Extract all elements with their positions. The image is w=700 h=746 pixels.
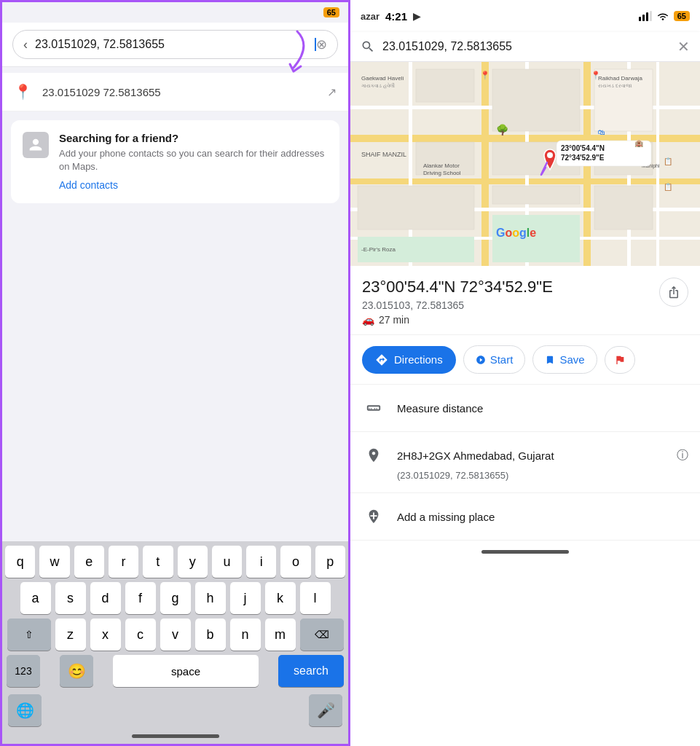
key-123[interactable]: 123 bbox=[7, 655, 40, 687]
key-c[interactable]: c bbox=[125, 619, 156, 651]
key-z[interactable]: z bbox=[55, 619, 86, 651]
directions-icon bbox=[375, 353, 388, 366]
svg-text:-E-Pir's Roza: -E-Pir's Roza bbox=[361, 246, 396, 253]
right-search-input[interactable]: 23.0151029, 72.5813655 bbox=[382, 40, 670, 53]
key-p[interactable]: p bbox=[315, 546, 345, 578]
svg-rect-13 bbox=[409, 62, 412, 266]
search-bar-container: ‹ 23.0151029, 72.5813655 ⊗ bbox=[2, 23, 348, 67]
key-f[interactable]: f bbox=[125, 582, 156, 614]
key-emoji[interactable]: 😊 bbox=[60, 655, 93, 687]
measure-distance-item[interactable]: Measure distance bbox=[350, 385, 700, 432]
key-m[interactable]: m bbox=[265, 619, 296, 651]
key-r[interactable]: r bbox=[109, 546, 138, 578]
key-x[interactable]: x bbox=[90, 619, 121, 651]
share-button[interactable] bbox=[659, 278, 688, 307]
svg-rect-23 bbox=[358, 186, 474, 229]
key-g[interactable]: g bbox=[160, 582, 191, 614]
key-q[interactable]: q bbox=[5, 546, 35, 578]
keyboard-row-2: a s d f g h j k l bbox=[2, 578, 348, 614]
battery-badge: 65 bbox=[323, 7, 339, 17]
wifi-icon bbox=[656, 11, 669, 21]
measure-icon bbox=[362, 396, 385, 420]
key-s[interactable]: s bbox=[55, 582, 86, 614]
svg-text:📍: 📍 bbox=[591, 70, 601, 80]
key-space[interactable]: space bbox=[113, 655, 259, 687]
more-button[interactable] bbox=[605, 346, 635, 374]
key-globe[interactable]: 🌐 bbox=[8, 694, 42, 726]
key-v[interactable]: v bbox=[160, 619, 191, 651]
add-contacts-link[interactable]: Add contacts bbox=[59, 179, 118, 191]
key-mic[interactable]: 🎤 bbox=[309, 694, 342, 726]
key-y[interactable]: y bbox=[178, 546, 208, 578]
svg-text:Google: Google bbox=[496, 227, 536, 239]
svg-rect-17 bbox=[416, 69, 474, 102]
location-suggestion[interactable]: 📍 23.0151029 72.5813655 ↗ bbox=[2, 73, 348, 111]
key-j[interactable]: j bbox=[230, 582, 261, 614]
directions-button[interactable]: Directions bbox=[362, 346, 456, 374]
svg-text:Driving School: Driving School bbox=[423, 170, 461, 176]
key-k[interactable]: k bbox=[265, 582, 296, 614]
start-label: Start bbox=[490, 353, 514, 366]
svg-rect-24 bbox=[492, 186, 580, 204]
keyboard-row-1: q w e r t y u i o p bbox=[2, 541, 348, 578]
key-l[interactable]: l bbox=[300, 582, 331, 614]
info-icon[interactable]: ⓘ bbox=[677, 448, 688, 463]
svg-text:🛍: 🛍 bbox=[598, 128, 605, 136]
svg-rect-0 bbox=[639, 17, 641, 21]
svg-rect-8 bbox=[481, 62, 489, 266]
key-b[interactable]: b bbox=[195, 619, 226, 651]
add-missing-place-item[interactable]: Add a missing place bbox=[350, 493, 700, 541]
clear-button[interactable]: ⊗ bbox=[316, 36, 327, 52]
home-bar-right bbox=[481, 550, 569, 554]
key-h[interactable]: h bbox=[195, 582, 226, 614]
map-area[interactable]: SHAIF MANZIL Raikhad Darwaja રાયખડ દરવાજ… bbox=[350, 62, 700, 266]
right-battery-badge: 65 bbox=[674, 11, 690, 21]
svg-text:🌳: 🌳 bbox=[496, 124, 509, 136]
svg-rect-2 bbox=[646, 12, 648, 21]
svg-text:🏨: 🏨 bbox=[634, 138, 644, 148]
navigation-arrow-icon: ▶ bbox=[413, 11, 420, 22]
search-input[interactable]: 23.0151029, 72.5813655 bbox=[35, 38, 315, 51]
key-w[interactable]: w bbox=[39, 546, 69, 578]
contacts-title: Searching for a friend? bbox=[59, 132, 328, 144]
plus-code-item[interactable]: 2H8J+2GX Ahmedabad, Gujarat ⓘ (23.015102… bbox=[350, 432, 700, 493]
svg-text:📍: 📍 bbox=[480, 70, 490, 80]
key-u[interactable]: u bbox=[212, 546, 242, 578]
svg-text:72°34'52.9"E: 72°34'52.9"E bbox=[561, 154, 605, 162]
left-status-bar: 65 bbox=[2, 2, 348, 23]
place-drive: 🚗 27 min bbox=[362, 314, 553, 326]
search-bar: ‹ 23.0151029, 72.5813655 ⊗ bbox=[12, 30, 338, 59]
key-i[interactable]: i bbox=[246, 546, 276, 578]
contacts-avatar bbox=[23, 132, 49, 158]
plus-code-icon bbox=[362, 444, 385, 467]
location-pin-icon: 📍 bbox=[14, 83, 32, 101]
close-button[interactable]: ✕ bbox=[677, 38, 690, 55]
arrow-icon: ↗ bbox=[327, 85, 337, 99]
key-n[interactable]: n bbox=[230, 619, 261, 651]
svg-text:23°00'54.4"N: 23°00'54.4"N bbox=[561, 144, 605, 152]
contacts-desc: Add your phone contacts so you can searc… bbox=[59, 147, 328, 173]
key-search[interactable]: search bbox=[278, 655, 344, 687]
key-t[interactable]: t bbox=[143, 546, 173, 578]
svg-text:Alankar Motor: Alankar Motor bbox=[423, 162, 460, 169]
key-shift[interactable]: ⇧ bbox=[7, 619, 51, 651]
place-header-row: 23°00'54.4"N 72°34'52.9"E 23.015103, 72.… bbox=[362, 278, 688, 329]
svg-text:SHAIF MANZIL: SHAIF MANZIL bbox=[361, 151, 406, 158]
save-label: Save bbox=[559, 353, 584, 366]
contacts-card: Searching for a friend? Add your phone c… bbox=[11, 120, 339, 203]
add-place-icon bbox=[362, 505, 385, 528]
back-button[interactable]: ‹ bbox=[23, 37, 28, 52]
key-d[interactable]: d bbox=[90, 582, 121, 614]
drive-icon: 🚗 bbox=[362, 314, 374, 326]
key-e[interactable]: e bbox=[74, 546, 104, 578]
save-button[interactable]: Save bbox=[532, 345, 597, 374]
key-a[interactable]: a bbox=[20, 582, 51, 614]
key-backspace[interactable]: ⌫ bbox=[300, 619, 344, 651]
svg-text:ગાયકવાડ હવેલી: ગાયકવાડ હવેલી bbox=[361, 82, 395, 89]
place-info: 23°00'54.4"N 72°34'52.9"E 23.015103, 72.… bbox=[362, 278, 553, 329]
svg-text:Gaekwad Haveli: Gaekwad Haveli bbox=[361, 75, 404, 82]
start-button[interactable]: Start bbox=[463, 345, 526, 374]
svg-rect-25 bbox=[594, 186, 653, 229]
key-o[interactable]: o bbox=[280, 546, 310, 578]
info-panel: 23°00'54.4"N 72°34'52.9"E 23.015103, 72.… bbox=[350, 266, 700, 746]
